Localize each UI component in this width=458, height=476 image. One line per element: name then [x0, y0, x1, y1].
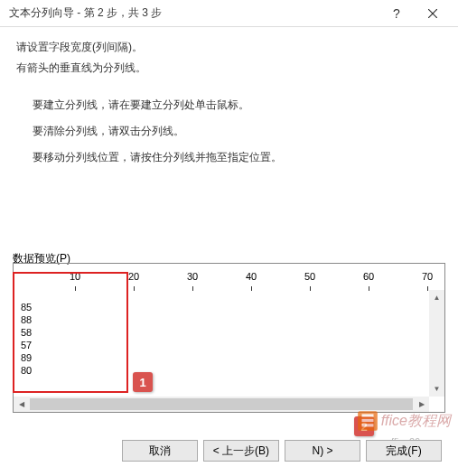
finish-button[interactable]: 完成(F)	[366, 440, 442, 462]
ruler-tick: 40	[246, 271, 257, 282]
window-title: 文本分列向导 - 第 2 步，共 3 步	[9, 5, 379, 21]
data-row: 58	[21, 326, 32, 339]
back-button[interactable]: < 上一步(B)	[203, 440, 279, 462]
data-row: 80	[21, 364, 32, 377]
svg-rect-4	[361, 419, 373, 422]
data-row: 88	[21, 313, 32, 326]
scroll-down-icon[interactable]: ▼	[429, 381, 444, 397]
titlebar: 文本分列向导 - 第 2 步，共 3 步 ?	[0, 0, 458, 27]
cancel-button[interactable]: 取消	[122, 440, 198, 462]
svg-rect-5	[361, 424, 373, 426]
ruler-tick: 70	[422, 271, 433, 282]
button-row: 取消 < 上一步(B) N) > 完成(F)	[122, 440, 442, 462]
close-button[interactable]	[415, 1, 451, 26]
data-column: 85 88 58 57 89 80	[21, 301, 32, 377]
instructions: 要建立分列线，请在要建立分列处单击鼠标。 要清除分列线，请双击分列线。 要移动分…	[16, 81, 442, 165]
help-button[interactable]: ?	[379, 1, 415, 26]
watermark: ffice教程网	[356, 409, 451, 433]
office-logo-icon	[356, 409, 379, 433]
watermark-text: ffice教程网	[381, 412, 451, 431]
data-row: 85	[21, 301, 32, 313]
ruler-tick: 60	[363, 271, 374, 282]
description-line-2: 有箭头的垂直线为分列线。	[16, 61, 442, 76]
ruler-tick: 30	[187, 271, 198, 282]
ruler-tick: 50	[304, 271, 315, 282]
instruction-move: 要移动分列线位置，请按住分列线并拖至指定位置。	[33, 150, 442, 165]
content-area: 请设置字段宽度(列间隔)。 有箭头的垂直线为分列线。 要建立分列线，请在要建立分…	[0, 27, 458, 165]
next-button[interactable]: N) >	[285, 440, 360, 462]
preview-box[interactable]: 10 20 30 40 50 60 70 85 88 58 57 89 80 ▲…	[13, 270, 445, 413]
preview-data-area[interactable]: 85 88 58 57 89 80	[14, 292, 444, 393]
close-icon	[428, 9, 437, 18]
ruler-tick: 20	[128, 271, 139, 282]
preview-label: 数据预览(P)	[13, 251, 445, 266]
callout-1: 1	[133, 372, 153, 392]
scrollbar-vertical[interactable]: ▲ ▼	[429, 290, 444, 397]
data-row: 89	[21, 351, 32, 364]
svg-rect-3	[361, 414, 373, 416]
description-line-1: 请设置字段宽度(列间隔)。	[16, 40, 442, 55]
data-row: 57	[21, 339, 32, 351]
scroll-up-icon[interactable]: ▲	[429, 290, 444, 305]
instruction-create: 要建立分列线，请在要建立分列处单击鼠标。	[33, 98, 442, 113]
preview-section: 数据预览(P) 10 20 30 40 50 60 70 85 88 58 57…	[13, 251, 445, 413]
scroll-left-icon[interactable]: ◀	[14, 397, 29, 412]
instruction-clear: 要清除分列线，请双击分列线。	[33, 124, 442, 139]
